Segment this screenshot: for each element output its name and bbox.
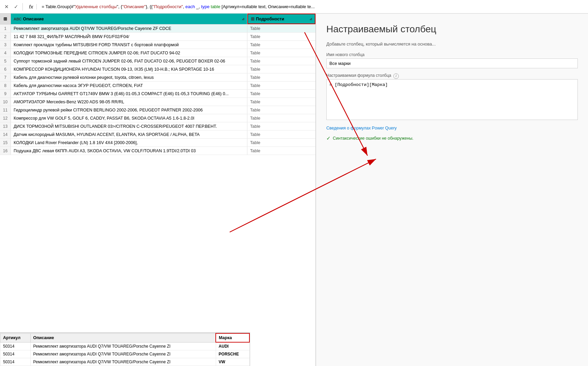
cell-pod: Table bbox=[247, 41, 315, 49]
cell-rownum: 1 bbox=[0, 24, 11, 32]
left-panel: ⊞ АВС Описание ⊿ ⊞ Подробности ⊿ bbox=[0, 14, 316, 366]
cell-desc: КОМПРЕССОР КОНДИЦИОНЕРА HYUNDAI TUCSON 0… bbox=[11, 65, 247, 73]
desc-header-cell: АВС Описание ⊿ bbox=[11, 14, 247, 24]
app-container: ✕ ✓ fx = Table.Group(#"Удаленные столбцы… bbox=[0, 0, 588, 366]
cell-rownum: 13 bbox=[0, 122, 11, 130]
table-row: 10 АМОРТИЗАТОР Mercedes-Benz W220 ADS 98… bbox=[0, 98, 315, 106]
cell-rownum: 12 bbox=[0, 114, 11, 122]
cell-desc: КОЛОДКИ ТОРМОЗНЫЕ ПЕРЕДНИЕ CITROEN JUMPE… bbox=[11, 49, 247, 57]
table-row: 16 Подушка ДВС левая 6КПП\ AUDI A3, SKOD… bbox=[0, 147, 315, 155]
table-body: 1 Ремкомплект амортизатора AUDI Q7/VW TO… bbox=[0, 24, 315, 155]
formula-str1: Удаленные столбцы bbox=[75, 4, 117, 9]
formula-group: Настраиваемая формула столбца i bbox=[326, 73, 578, 121]
col-name-input[interactable] bbox=[326, 58, 578, 68]
info-icon[interactable]: i bbox=[393, 73, 399, 79]
th-marca: Марка bbox=[216, 333, 249, 342]
cell-rownum: 9 bbox=[0, 90, 11, 98]
formula-each: each bbox=[185, 4, 195, 9]
formula-hint-link[interactable]: Сведения о формулах Power Query bbox=[326, 126, 578, 130]
col-pod-label: Подробности bbox=[256, 17, 284, 21]
lower-preview-table: Артикул Описание Марка 50314 Ремкомплект… bbox=[0, 332, 250, 366]
preview-artikul: 50314 bbox=[0, 342, 31, 350]
cell-pod: Table bbox=[247, 82, 315, 89]
preview-row: 50314 Ремкомплект амортизатора AUDI Q7/V… bbox=[0, 358, 250, 366]
col-name-label: Имя нового столбца bbox=[326, 52, 578, 57]
cell-desc: Суппорт тормозной задний левый CITROEN J… bbox=[11, 57, 247, 65]
cell-rownum: 15 bbox=[0, 139, 11, 146]
preview-marca: PORSCHE bbox=[216, 350, 249, 358]
table-row: 2 11 42 7 848 321_ФИЛЬТР МАСЛЯНЫЙ\ BMW F… bbox=[0, 33, 315, 41]
table-row: 11 Гидроцилиндр рулевой рейки CITROEN BE… bbox=[0, 106, 315, 114]
cell-rownum: 6 bbox=[0, 65, 11, 73]
cell-pod: Table bbox=[247, 130, 315, 138]
col-desc-label: Описание bbox=[23, 17, 44, 21]
cell-pod: Table bbox=[247, 122, 315, 130]
preview-marca: AUDI bbox=[216, 342, 249, 350]
cell-rownum: 11 bbox=[0, 106, 11, 114]
col-name-group: Имя нового столбца bbox=[326, 52, 578, 68]
formula-textarea[interactable] bbox=[326, 79, 578, 120]
table-row: 15 КОЛОДКИ Land Rover Freelander (LN) 1.… bbox=[0, 139, 315, 147]
cell-pod: Table bbox=[247, 65, 315, 73]
cell-rownum: 4 bbox=[0, 49, 11, 57]
cell-pod: Table bbox=[247, 106, 315, 114]
cell-desc: Подушка ДВС левая 6КПП\ AUDI A3, SKODA O… bbox=[11, 147, 247, 155]
table-row: 3 Комплект прокладок турбины MITSUBISHI … bbox=[0, 41, 315, 49]
right-panel: Настраиваемый столбец Добавьте столбец, … bbox=[316, 14, 588, 366]
cell-pod: Table bbox=[247, 147, 315, 155]
cell-desc: Комплект прокладок турбины MITSUBISHI FO… bbox=[11, 41, 247, 49]
formula-bar-icons: ✕ ✓ bbox=[3, 3, 23, 11]
cell-desc: Датчик кислородный MASUMA, HYUNDAI ACCEN… bbox=[11, 130, 247, 138]
validation-message: ✓ Синтаксические ошибки не обнаружены. bbox=[326, 135, 578, 141]
cell-pod: Table bbox=[247, 49, 315, 57]
panel-subtitle: Добавьте столбец, который вычисляется на… bbox=[326, 41, 578, 48]
cancel-icon[interactable]: ✕ bbox=[3, 3, 10, 11]
table-row: 9 АКТУАТОР ТУРБИНЫ GARRETT GT1749V BMW 3… bbox=[0, 90, 315, 98]
confirm-icon[interactable]: ✓ bbox=[12, 3, 20, 11]
th-artikul: Артикул bbox=[0, 333, 31, 342]
cell-pod: Table bbox=[247, 139, 315, 146]
cell-pod: Table bbox=[247, 24, 315, 32]
content-area: ⊞ АВС Описание ⊿ ⊞ Подробности ⊿ bbox=[0, 14, 588, 366]
preview-artikul: 50314 bbox=[0, 358, 31, 366]
cell-pod: Table bbox=[247, 90, 315, 98]
fx-label: fx bbox=[26, 4, 37, 10]
grid-icon: ⊞ bbox=[3, 16, 7, 21]
table-row: 1 Ремкомплект амортизатора AUDI Q7/VW TO… bbox=[0, 24, 315, 33]
desc-sort-icon[interactable]: ⊿ bbox=[242, 17, 244, 21]
table-row: 4 КОЛОДКИ ТОРМОЗНЫЕ ПЕРЕДНИЕ CITROEN JUM… bbox=[0, 49, 315, 57]
cell-desc: 11 42 7 848 321_ФИЛЬТР МАСЛЯНЫЙ\ BMW F01… bbox=[11, 33, 247, 40]
preview-desc: Ремкомплект амортизатора AUDI Q7/VW TOUA… bbox=[30, 342, 216, 350]
upper-table-scroll[interactable]: ⊞ АВС Описание ⊿ ⊞ Подробности ⊿ bbox=[0, 14, 316, 366]
formula-bar: ✕ ✓ fx = Table.Group(#"Удаленные столбцы… bbox=[0, 0, 588, 14]
formula-str3: "Подробности" bbox=[152, 4, 183, 9]
pod-grid-icon: ⊞ bbox=[251, 16, 255, 21]
th-desc: Описание bbox=[30, 333, 216, 342]
table-row: 5 Суппорт тормозной задний левый CITROEN… bbox=[0, 57, 315, 65]
table-row: 12 Компрессор для VW GOLF 5, GOLF 6, CAD… bbox=[0, 114, 315, 122]
cell-desc: АКТУАТОР ТУРБИНЫ GARRETT GT1749V BMW 3 (… bbox=[11, 90, 247, 98]
rownum-header-cell: ⊞ bbox=[0, 14, 11, 24]
cell-desc: Компрессор для VW GOLF 5, GOLF 6, CADDY,… bbox=[11, 114, 247, 122]
formula-str2: "Описание" bbox=[122, 4, 146, 9]
cell-rownum: 2 bbox=[0, 33, 11, 40]
formula-table: table bbox=[211, 4, 220, 9]
pod-sort-icon[interactable]: ⊿ bbox=[309, 17, 312, 21]
preview-marca: VW bbox=[216, 358, 249, 366]
cell-desc: Кабель для диагностики рулевой колонки p… bbox=[11, 73, 247, 81]
abc-icon: АВС bbox=[14, 17, 21, 21]
preview-row: 50314 Ремкомплект амортизатора AUDI Q7/V… bbox=[0, 342, 250, 350]
cell-rownum: 16 bbox=[0, 147, 11, 155]
cell-pod: Table bbox=[247, 98, 315, 106]
formula-label-row: Настраиваемая формула столбца i bbox=[326, 73, 578, 79]
panel-title: Настраиваемый столбец bbox=[326, 24, 578, 35]
table-row: 8 Кабель для диагностики насоса ЭГУР PEU… bbox=[0, 82, 315, 90]
table-row: 13 ДИСК ТОРМОЗНОЙ MITSUBISHI OUTLANDER 0… bbox=[0, 122, 315, 130]
table-row: 14 Датчик кислородный MASUMA, HYUNDAI AC… bbox=[0, 130, 315, 139]
formula-label: Настраиваемая формула столбца bbox=[326, 73, 391, 78]
preview-row: 50314 Ремкомплект амортизатора AUDI Q7/V… bbox=[0, 350, 250, 358]
cell-desc: ДИСК ТОРМОЗНОЙ MITSUBISHI OUTLANDER 03>/… bbox=[11, 122, 247, 130]
table-row: 7 Кабель для диагностики рулевой колонки… bbox=[0, 73, 315, 82]
cell-pod: Table bbox=[247, 33, 315, 40]
cell-desc: АМОРТИЗАТОР Mercedes-Benz W220 ADS 98-05… bbox=[11, 98, 247, 106]
